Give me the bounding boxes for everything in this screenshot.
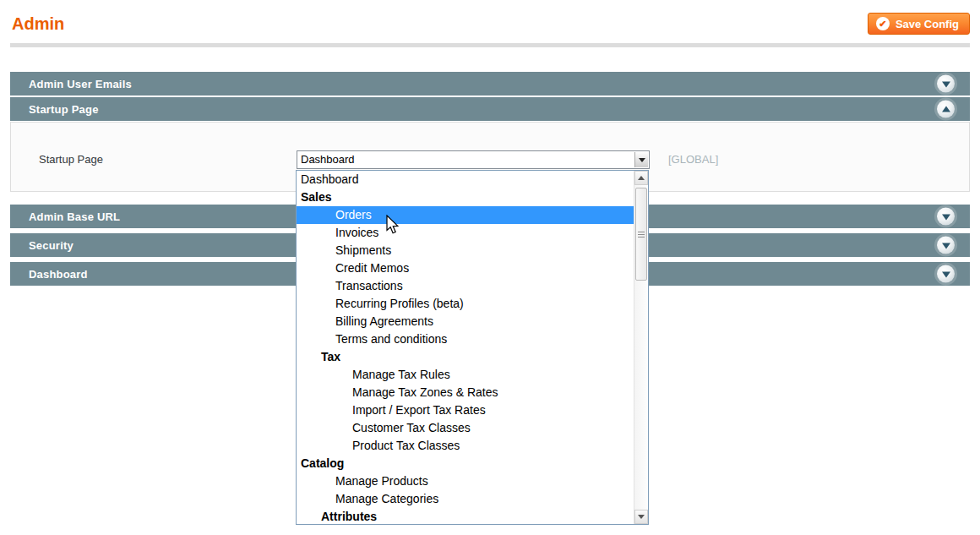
dropdown-option-list: DashboardSalesOrdersInvoicesShipmentsCre… bbox=[297, 171, 634, 524]
select-value: Dashboard bbox=[301, 151, 355, 168]
dropdown-option[interactable]: Invoices bbox=[297, 224, 634, 242]
scrollbar-down-arrow[interactable] bbox=[634, 510, 648, 524]
chevron-down-icon[interactable] bbox=[937, 208, 955, 226]
dropdown-option[interactable]: Recurring Profiles (beta) bbox=[297, 295, 634, 313]
dropdown-option[interactable]: Credit Memos bbox=[297, 259, 634, 277]
dropdown-option[interactable]: Customer Tax Classes bbox=[297, 419, 634, 437]
section-label: Admin User Emails bbox=[10, 78, 132, 90]
dropdown-option[interactable]: Transactions bbox=[297, 277, 634, 295]
scrollbar-up-arrow[interactable] bbox=[634, 171, 648, 185]
dropdown-option[interactable]: Import / Export Tax Rates bbox=[297, 401, 634, 419]
dropdown-option[interactable]: Manage Tax Rules bbox=[297, 366, 634, 384]
chevron-up-icon[interactable] bbox=[937, 101, 955, 118]
section-label: Startup Page bbox=[10, 103, 99, 116]
chevron-down-icon[interactable] bbox=[937, 75, 955, 93]
scrollbar-grip-icon bbox=[638, 232, 645, 237]
scope-global-label: [GLOBAL] bbox=[668, 153, 718, 166]
dropdown-option[interactable]: Manage Products bbox=[297, 472, 634, 490]
dropdown-option[interactable]: Orders bbox=[297, 206, 634, 224]
dropdown-option[interactable]: Catalog bbox=[297, 455, 634, 472]
section-admin-user-emails[interactable]: Admin User Emails bbox=[10, 72, 970, 96]
dropdown-option[interactable]: Dashboard bbox=[297, 171, 634, 188]
admin-config-page: Admin ✔ Save Config Admin User Emails St… bbox=[0, 0, 980, 535]
save-config-button[interactable]: ✔ Save Config bbox=[868, 13, 970, 35]
dropdown-option[interactable]: Tax bbox=[297, 348, 634, 366]
check-circle-icon: ✔ bbox=[876, 17, 890, 30]
chevron-down-icon[interactable] bbox=[937, 265, 955, 283]
section-startup-page[interactable]: Startup Page bbox=[10, 97, 970, 121]
page-title: Admin bbox=[12, 14, 64, 34]
dropdown-option[interactable]: Manage Categories bbox=[297, 490, 634, 508]
save-config-label: Save Config bbox=[896, 18, 959, 30]
dropdown-option[interactable]: Attributes bbox=[297, 508, 634, 524]
dropdown-option[interactable]: Manage Tax Zones & Rates bbox=[297, 384, 634, 401]
section-label: Security bbox=[10, 239, 74, 252]
startup-page-dropdown: DashboardSalesOrdersInvoicesShipmentsCre… bbox=[296, 170, 649, 525]
startup-page-field-label: Startup Page bbox=[39, 153, 103, 166]
chevron-down-icon[interactable] bbox=[937, 237, 955, 254]
select-dropdown-arrow-icon[interactable] bbox=[634, 152, 648, 167]
dropdown-option[interactable]: Shipments bbox=[297, 242, 634, 259]
section-label: Admin Base URL bbox=[10, 210, 120, 223]
scrollbar-thumb[interactable] bbox=[635, 188, 647, 281]
header-divider bbox=[10, 43, 970, 47]
dropdown-option[interactable]: Billing Agreements bbox=[297, 313, 634, 330]
dropdown-option[interactable]: Terms and conditions bbox=[297, 330, 634, 348]
dropdown-option[interactable]: Product Tax Classes bbox=[297, 437, 634, 455]
startup-page-select[interactable]: Dashboard bbox=[297, 150, 650, 169]
section-label: Dashboard bbox=[10, 268, 88, 281]
dropdown-option[interactable]: Sales bbox=[297, 188, 634, 206]
dropdown-scrollbar[interactable] bbox=[634, 171, 648, 524]
